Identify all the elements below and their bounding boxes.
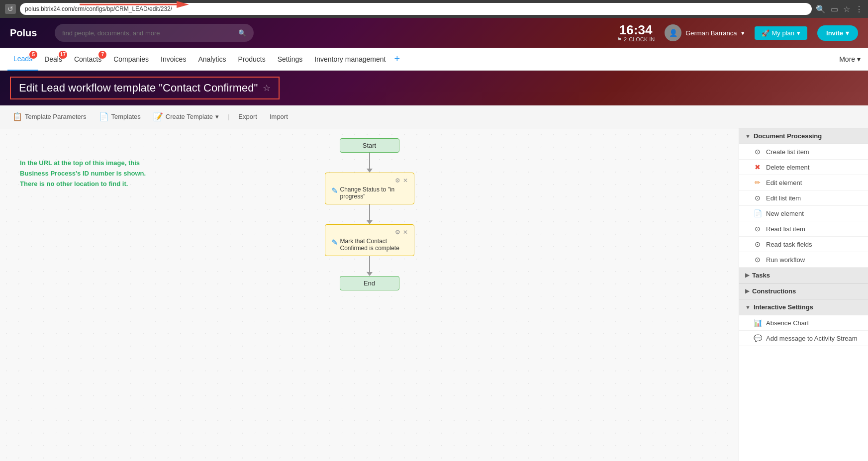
time-block: 16:34 ⚑ 2 CLOCK IN <box>617 23 655 43</box>
browser-controls: ↺ <box>5 4 16 14</box>
action2-label: Mark that Contact Confirmed is complete <box>340 238 408 252</box>
nav-item-leads[interactable]: Leads 5 <box>7 48 38 71</box>
bookmark-icon: ☆ <box>843 4 850 14</box>
action1-type-icon: ✎ <box>331 186 338 195</box>
sidebar-section-constructions[interactable]: ▶ Constructions <box>739 283 868 299</box>
nav-add-button[interactable]: + <box>394 53 400 65</box>
nav-item-products[interactable]: Products <box>232 48 271 71</box>
doc-processing-toggle-icon: ▼ <box>745 133 751 139</box>
tasks-toggle-icon: ▶ <box>745 272 749 278</box>
workflow-arrow-2 <box>367 204 373 224</box>
arrow-line-1 <box>369 153 370 169</box>
avatar: 👤 <box>665 24 681 41</box>
new-element-label: New element <box>766 210 804 217</box>
canvas-area[interactable]: In the URL at the top of this image, thi… <box>0 128 739 461</box>
edit-list-item-icon: ⊙ <box>753 194 762 202</box>
doc-processing-items: ⊙ Create list item ✖ Delete element ✏ Ed… <box>739 144 868 268</box>
absence-chart-icon: 📊 <box>753 319 762 327</box>
edit-element-icon: ✏ <box>753 179 762 186</box>
action2-type-icon: ✎ <box>331 238 338 247</box>
url-text: polus.bitrix24.com/crm/configs/bp/CRM_LE… <box>25 5 172 12</box>
nav-item-contacts[interactable]: Contacts 7 <box>68 48 107 71</box>
nav-bar: Leads 5 Deals 17 Contacts 7 Companies In… <box>0 48 868 71</box>
nav-item-analytics[interactable]: Analytics <box>192 48 232 71</box>
templates-button[interactable]: 📄 Templates <box>94 109 146 124</box>
doc-processing-label: Document Processing <box>754 132 822 140</box>
template-params-icon: 📋 <box>12 112 22 121</box>
nav-contacts-badge: 7 <box>98 51 106 59</box>
template-parameters-button[interactable]: 📋 Template Parameters <box>7 109 92 124</box>
sidebar-item-delete-element[interactable]: ✖ Delete element <box>739 160 868 175</box>
main-content: In the URL at the top of this image, thi… <box>0 128 868 461</box>
sidebar-section-tasks[interactable]: ▶ Tasks <box>739 268 868 283</box>
action1-close-icon[interactable]: ✕ <box>403 177 408 184</box>
nav-item-inventory[interactable]: Inventory management <box>308 48 391 71</box>
nav-analytics-label: Analytics <box>198 55 226 63</box>
sidebar-item-read-list-item[interactable]: ⊙ Read list item <box>739 221 868 237</box>
nav-invoices-label: Invoices <box>161 55 186 63</box>
nav-item-invoices[interactable]: Invoices <box>155 48 192 71</box>
sidebar-item-absence-chart[interactable]: 📊 Absence Chart <box>739 315 868 331</box>
nav-item-settings[interactable]: Settings <box>272 48 309 71</box>
workflow-start-label: Start <box>363 142 376 149</box>
read-task-fields-label: Read task fields <box>766 241 812 248</box>
action2-close-icon[interactable]: ✕ <box>403 229 408 236</box>
cast-icon: ▭ <box>831 4 838 14</box>
action1-body: ✎ Change Status to "in progress" <box>331 186 408 200</box>
search-bar[interactable]: 🔍 <box>55 24 254 42</box>
import-button[interactable]: Import <box>265 110 293 123</box>
sidebar-section-document-processing[interactable]: ▼ Document Processing <box>739 128 868 144</box>
refresh-button[interactable]: ↺ <box>5 4 16 14</box>
app-logo: Polus <box>10 27 45 39</box>
nav-item-deals[interactable]: Deals 17 <box>38 48 68 71</box>
notifications-count: 2 <box>624 36 627 42</box>
workflow-action-2[interactable]: ⚙ ✕ ✎ Mark that Contact Confirmed is com… <box>325 224 414 256</box>
top-header: Polus 🔍 16:34 ⚑ 2 CLOCK IN 👤 German Barr… <box>0 18 868 48</box>
interactive-settings-toggle-icon: ▼ <box>745 304 751 310</box>
page-title: Edit Lead workflow template "Contact Con… <box>19 82 258 94</box>
arrow-line-3 <box>369 256 370 272</box>
delete-element-icon: ✖ <box>753 163 762 171</box>
invite-dropdown-icon: ▾ <box>846 29 849 37</box>
sidebar-item-create-list-item[interactable]: ⊙ Create list item <box>739 144 868 160</box>
nav-companies-label: Companies <box>113 55 149 63</box>
export-button[interactable]: Export <box>233 110 262 123</box>
url-bar[interactable]: polus.bitrix24.com/crm/configs/bp/CRM_LE… <box>20 3 812 15</box>
create-list-item-icon: ⊙ <box>753 148 762 156</box>
favorite-icon[interactable]: ☆ <box>263 83 271 93</box>
time-display: 16:34 <box>617 23 655 36</box>
invite-label: Invite <box>826 29 843 37</box>
action1-settings-icon[interactable]: ⚙ <box>395 177 400 184</box>
import-label: Import <box>270 113 288 120</box>
nav-item-companies[interactable]: Companies <box>107 48 155 71</box>
run-workflow-icon: ⊙ <box>753 256 762 264</box>
flag-icon: ⚑ <box>617 36 622 43</box>
svg-marker-1 <box>177 1 189 8</box>
tasks-section-label: Tasks <box>752 272 770 279</box>
workflow-action-1[interactable]: ⚙ ✕ ✎ Change Status to "in progress" <box>325 173 414 204</box>
nav-inventory-label: Inventory management <box>314 55 386 63</box>
toolbar: 📋 Template Parameters 📄 Templates 📝 Crea… <box>0 105 868 128</box>
nav-more-button[interactable]: More ▾ <box>839 55 861 63</box>
sidebar-item-add-message-activity[interactable]: 💬 Add message to Activity Stream <box>739 331 868 346</box>
read-task-fields-icon: ⊙ <box>753 240 762 248</box>
nav-products-label: Products <box>238 55 265 63</box>
page-title-banner: Edit Lead workflow template "Contact Con… <box>0 71 868 105</box>
action2-settings-icon[interactable]: ⚙ <box>395 229 400 236</box>
sidebar-section-interactive-settings[interactable]: ▼ Interactive Settings <box>739 299 868 315</box>
my-plan-button[interactable]: 🚀 My plan ▾ <box>755 26 808 40</box>
sidebar-item-run-workflow[interactable]: ⊙ Run workflow <box>739 252 868 268</box>
sidebar-item-read-task-fields[interactable]: ⊙ Read task fields <box>739 237 868 252</box>
sidebar-item-edit-list-item[interactable]: ⊙ Edit list item <box>739 190 868 206</box>
read-list-item-label: Read list item <box>766 225 805 233</box>
user-dropdown-icon[interactable]: ▾ <box>741 29 745 37</box>
invite-button[interactable]: Invite ▾ <box>817 25 858 41</box>
sidebar-item-edit-element[interactable]: ✏ Edit element <box>739 175 868 190</box>
search-input[interactable] <box>62 29 234 37</box>
sidebar-item-new-element[interactable]: 📄 New element <box>739 206 868 221</box>
nav-leads-badge: 5 <box>29 51 37 59</box>
action2-body: ✎ Mark that Contact Confirmed is complet… <box>331 238 408 252</box>
create-template-button[interactable]: 📝 Create Template ▾ <box>148 109 224 124</box>
workflow-end-node: End <box>340 276 399 290</box>
workflow-end-label: End <box>364 279 375 287</box>
